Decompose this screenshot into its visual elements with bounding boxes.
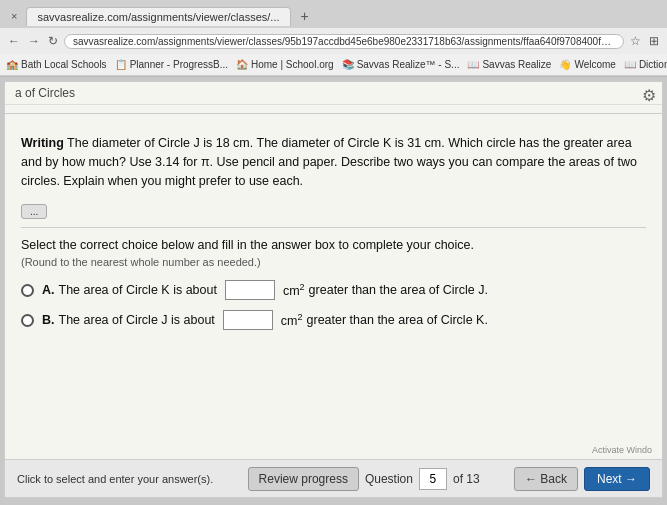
bookmark-bath-local[interactable]: 🏫 Bath Local Schools <box>6 59 107 70</box>
bookmark-star-icon[interactable]: ☆ <box>628 34 643 48</box>
question-label: Question <box>365 472 413 486</box>
choice-a-input[interactable] <box>225 280 275 300</box>
refresh-button[interactable]: ↻ <box>46 34 60 48</box>
more-button[interactable]: ... <box>21 204 47 219</box>
choice-row-a: A. The area of Circle K is about cm2 gre… <box>21 280 646 300</box>
choice-b-input[interactable] <box>223 310 273 330</box>
activate-windows-text: Activate Windo <box>592 445 652 455</box>
click-instruction: Click to select and enter your answer(s)… <box>17 473 213 485</box>
writing-prompt: Writing The diameter of Circle J is 18 c… <box>21 134 646 190</box>
bookmark-label: Planner - ProgressB... <box>130 59 228 70</box>
bookmark-icon: 📚 <box>342 59 354 70</box>
address-bar[interactable]: savvasrealize.com/assignments/viewer/cla… <box>64 34 624 49</box>
footer-right: ← Back Next → <box>514 467 650 491</box>
back-button[interactable]: ← Back <box>514 467 578 491</box>
bookmark-welcome[interactable]: 👋 Welcome <box>559 59 616 70</box>
bookmark-icon: 👋 <box>559 59 571 70</box>
gear-icon[interactable]: ⚙ <box>642 86 656 105</box>
choice-a-unit: cm2 <box>283 282 305 298</box>
bookmark-label: Savvas Realize™ - S... <box>357 59 460 70</box>
divider <box>5 113 662 114</box>
question-number-input[interactable] <box>419 468 447 490</box>
choice-b-text-before: The area of Circle J is about <box>59 313 215 327</box>
review-progress-button[interactable]: Review progress <box>248 467 359 491</box>
tab-close-button[interactable]: × <box>6 8 22 24</box>
choice-a-prefix: A. <box>42 283 55 297</box>
address-bar-row: ← → ↻ savvasrealize.com/assignments/view… <box>0 28 667 54</box>
bookmark-icon: 📖 <box>624 59 636 70</box>
back-nav-button[interactable]: ← <box>6 34 22 48</box>
choice-a-label: A. The area of Circle K is about cm2 gre… <box>42 280 488 300</box>
forward-nav-button[interactable]: → <box>26 34 42 48</box>
bookmark-dictionary[interactable]: 📖 Dictionary <box>624 59 667 70</box>
bookmark-label: Bath Local Schools <box>21 59 107 70</box>
choice-a-text-after: greater than the area of Circle J. <box>309 283 488 297</box>
bookmark-label: Dictionary <box>639 59 667 70</box>
bookmark-icon: 🏫 <box>6 59 18 70</box>
bookmark-icon: 🏠 <box>236 59 248 70</box>
footer-center: Review progress Question of 13 <box>248 467 480 491</box>
breadcrumb: a of Circles <box>5 82 662 105</box>
bookmark-home-school[interactable]: 🏠 Home | School.org <box>236 59 334 70</box>
footer-bar: Click to select and enter your answer(s)… <box>5 459 662 497</box>
choice-b-label: B. The area of Circle J is about cm2 gre… <box>42 310 488 330</box>
bookmark-icon: 📋 <box>115 59 127 70</box>
choice-a-text-before: The area of Circle K is about <box>59 283 217 297</box>
bookmark-savvas-s[interactable]: 📚 Savvas Realize™ - S... <box>342 59 460 70</box>
writing-label: Writing <box>21 136 64 150</box>
writing-prompt-text: The diameter of Circle J is 18 cm. The d… <box>21 136 637 188</box>
extensions-icon[interactable]: ⊞ <box>647 34 661 48</box>
bookmark-label: Welcome <box>574 59 616 70</box>
choice-row-b: B. The area of Circle J is about cm2 gre… <box>21 310 646 330</box>
radio-a[interactable] <box>21 284 34 297</box>
active-tab[interactable]: savvasrealize.com/assignments/viewer/cla… <box>26 7 290 26</box>
bookmark-label: Savvas Realize <box>482 59 551 70</box>
choice-b-text-after: greater than the area of Circle K. <box>307 313 488 327</box>
divider-2 <box>21 227 646 228</box>
bookmark-label: Home | School.org <box>251 59 334 70</box>
bookmarks-bar: 🏫 Bath Local Schools 📋 Planner - Progres… <box>0 54 667 76</box>
round-note: (Round to the nearest whole number as ne… <box>21 256 646 268</box>
superscript-a: 2 <box>300 282 305 292</box>
bookmark-planner[interactable]: 📋 Planner - ProgressB... <box>115 59 228 70</box>
bookmark-savvas-realize[interactable]: 📖 Savvas Realize <box>467 59 551 70</box>
superscript-b: 2 <box>298 312 303 322</box>
main-content: ⚙ a of Circles Writing The diameter of C… <box>4 81 663 498</box>
choice-b-unit: cm2 <box>281 312 303 328</box>
question-area: Writing The diameter of Circle J is 18 c… <box>5 122 662 352</box>
tab-bar: × savvasrealize.com/assignments/viewer/c… <box>0 0 667 28</box>
browser-chrome: × savvasrealize.com/assignments/viewer/c… <box>0 0 667 77</box>
choice-b-prefix: B. <box>42 313 55 327</box>
radio-b[interactable] <box>21 314 34 327</box>
new-tab-button[interactable]: + <box>295 6 315 26</box>
bookmark-icon: 📖 <box>467 59 479 70</box>
select-instruction: Select the correct choice below and fill… <box>21 238 646 252</box>
of-label: of 13 <box>453 472 480 486</box>
next-button[interactable]: Next → <box>584 467 650 491</box>
